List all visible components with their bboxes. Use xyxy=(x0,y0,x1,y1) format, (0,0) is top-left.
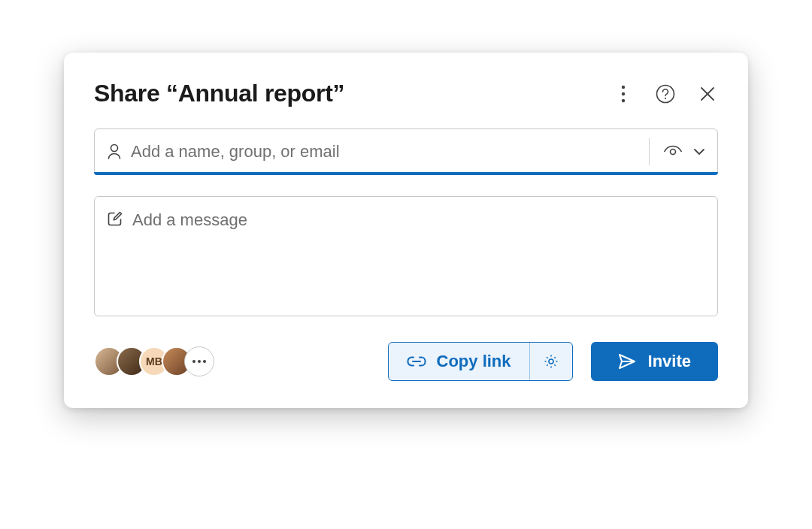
svg-point-8 xyxy=(671,150,676,155)
dialog-header: Share “Annual report” xyxy=(94,80,718,107)
ellipsis-icon xyxy=(192,360,206,363)
help-button[interactable] xyxy=(655,83,676,104)
svg-point-13 xyxy=(549,359,553,364)
send-icon xyxy=(618,353,636,370)
copy-link-button[interactable]: Copy link xyxy=(389,343,529,380)
svg-point-3 xyxy=(657,85,674,102)
recipient-field[interactable] xyxy=(94,128,718,175)
header-actions xyxy=(613,83,718,104)
more-avatars-button[interactable] xyxy=(184,346,214,376)
close-icon xyxy=(700,86,715,101)
link-icon xyxy=(407,356,426,367)
share-dialog: Share “Annual report” xyxy=(64,53,748,408)
link-settings-button[interactable] xyxy=(529,343,572,380)
svg-point-10 xyxy=(198,360,201,363)
eye-icon xyxy=(663,145,683,159)
svg-point-1 xyxy=(622,92,625,95)
chevron-down-icon xyxy=(693,148,705,156)
help-icon xyxy=(656,84,675,104)
invite-label: Invite xyxy=(648,352,691,371)
more-options-button[interactable] xyxy=(613,83,634,104)
copy-link-label: Copy link xyxy=(437,352,511,371)
person-icon xyxy=(107,144,122,160)
svg-point-2 xyxy=(622,98,625,101)
gear-icon xyxy=(544,354,559,369)
message-input[interactable] xyxy=(132,210,705,302)
copy-link-group: Copy link xyxy=(388,342,573,381)
shared-with-avatars[interactable]: MB xyxy=(94,346,214,376)
permission-toggle[interactable] xyxy=(663,145,705,159)
svg-point-0 xyxy=(622,85,625,88)
svg-point-4 xyxy=(665,97,666,98)
svg-point-9 xyxy=(192,360,195,363)
dialog-footer: MB Copy link xyxy=(94,342,718,381)
message-field[interactable] xyxy=(94,196,718,316)
svg-point-11 xyxy=(203,360,206,363)
footer-actions: Copy link Invite xyxy=(388,342,718,381)
recipient-input[interactable] xyxy=(122,142,649,162)
dialog-title: Share “Annual report” xyxy=(94,80,344,107)
invite-button[interactable]: Invite xyxy=(591,342,718,381)
compose-icon xyxy=(107,210,123,227)
close-button[interactable] xyxy=(697,83,718,104)
divider xyxy=(649,138,650,165)
svg-point-7 xyxy=(111,145,118,152)
more-vertical-icon xyxy=(621,85,626,103)
